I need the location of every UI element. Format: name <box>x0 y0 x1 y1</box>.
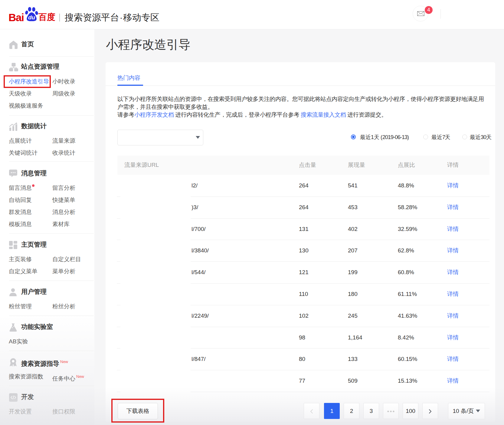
svg-text:du: du <box>28 14 35 21</box>
